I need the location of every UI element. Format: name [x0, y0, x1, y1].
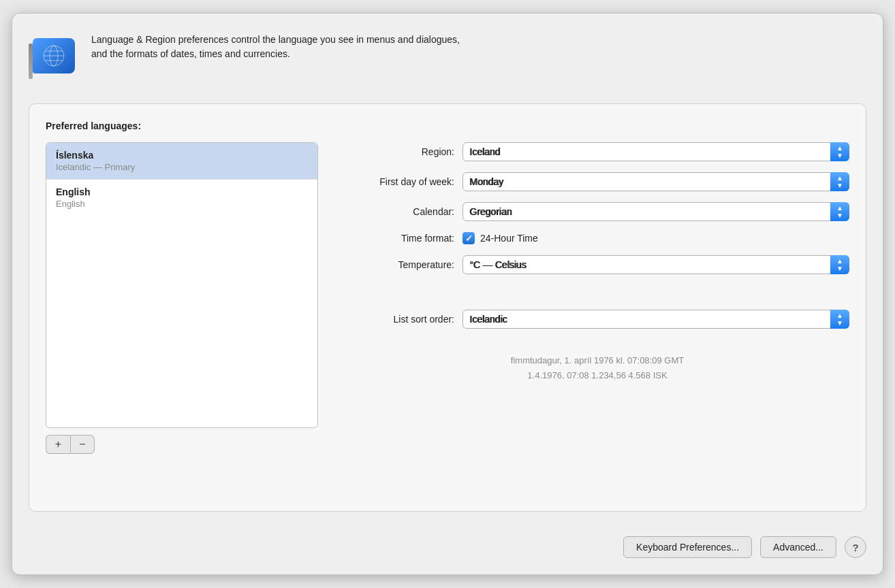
time-format-checkbox-label: 24-Hour Time — [480, 233, 538, 244]
region-select[interactable]: Iceland — [462, 142, 849, 161]
list-sort-select-wrap: Icelandic ▲ ▼ Icelandic — [462, 310, 849, 329]
first-day-select[interactable]: Monday — [462, 172, 849, 191]
advanced-button[interactable]: Advanced... — [760, 536, 836, 558]
temperature-select[interactable]: °C — Celsius — [462, 255, 849, 274]
languages-section-title: Preferred languages: — [46, 120, 849, 131]
checkmark-icon: ✓ — [465, 234, 473, 243]
language-sub-english: English — [56, 199, 308, 209]
time-format-checkbox[interactable]: ✓ — [462, 232, 475, 244]
list-sort-label: List sort order: — [345, 314, 454, 325]
help-button[interactable]: ? — [845, 536, 866, 558]
time-format-row: Time format: ✓ 24-Hour Time — [345, 232, 849, 244]
preview-line-1: fimmtudagur, 1. apríl 1976 kl. 07:08:09 … — [345, 353, 849, 368]
temperature-select-wrap: °C — Celsius ▲ ▼ °C — Celsius — [462, 255, 849, 274]
preview-text: fimmtudagur, 1. apríl 1976 kl. 07:08:09 … — [345, 353, 849, 383]
language-name-english: English — [56, 186, 308, 197]
main-panel: Preferred languages: Íslenska Icelandic … — [29, 103, 866, 512]
region-label: Region: — [345, 146, 454, 157]
time-format-checkbox-row: ✓ 24-Hour Time — [462, 232, 538, 244]
header: Language & Region preferences control th… — [29, 30, 866, 90]
bottom-bar: Keyboard Preferences... Advanced... ? — [29, 525, 866, 558]
remove-language-button[interactable]: − — [70, 435, 95, 454]
list-sort-select[interactable]: Icelandic — [462, 310, 849, 329]
language-list: Íslenska Icelandic — Primary English Eng… — [46, 142, 318, 428]
list-sort-row: List sort order: Icelandic ▲ ▼ Icelandic — [345, 310, 849, 329]
preferences-window: Language & Region preferences control th… — [12, 13, 883, 575]
language-item-english[interactable]: English English — [46, 180, 317, 216]
first-day-label: First day of week: — [345, 176, 454, 187]
language-sub-icelandic: Icelandic — Primary — [56, 162, 308, 172]
calendar-row: Calendar: Gregorian ▲ ▼ Gregorian — [345, 202, 849, 221]
add-language-button[interactable]: + — [46, 435, 70, 454]
language-panel: Íslenska Icelandic — Primary English Eng… — [46, 142, 318, 454]
header-description: Language & Region preferences control th… — [91, 30, 460, 61]
globe-flag-icon — [29, 30, 78, 79]
calendar-select[interactable]: Gregorian — [462, 202, 849, 221]
first-day-select-wrap: Monday ▲ ▼ Monday — [462, 172, 849, 191]
temperature-row: Temperature: °C — Celsius ▲ ▼ °C — Celsi… — [345, 255, 849, 274]
first-day-row: First day of week: Monday ▲ ▼ Monday — [345, 172, 849, 191]
time-format-label: Time format: — [345, 233, 454, 244]
settings-panel: Region: Iceland ▲ ▼ Iceland First — [345, 142, 849, 454]
keyboard-preferences-button[interactable]: Keyboard Preferences... — [623, 536, 752, 558]
list-controls: + − — [46, 435, 318, 454]
content-row: Íslenska Icelandic — Primary English Eng… — [46, 142, 849, 454]
temperature-label: Temperature: — [345, 259, 454, 270]
language-item-icelandic[interactable]: Íslenska Icelandic — Primary — [46, 143, 317, 180]
region-select-wrap: Iceland ▲ ▼ Iceland — [462, 142, 849, 161]
region-row: Region: Iceland ▲ ▼ Iceland — [345, 142, 849, 161]
preview-line-2: 1.4.1976, 07:08 1.234,56 4.568 ISK — [345, 368, 849, 383]
calendar-label: Calendar: — [345, 206, 454, 217]
calendar-select-wrap: Gregorian ▲ ▼ Gregorian — [462, 202, 849, 221]
language-name-icelandic: Íslenska — [56, 150, 308, 161]
